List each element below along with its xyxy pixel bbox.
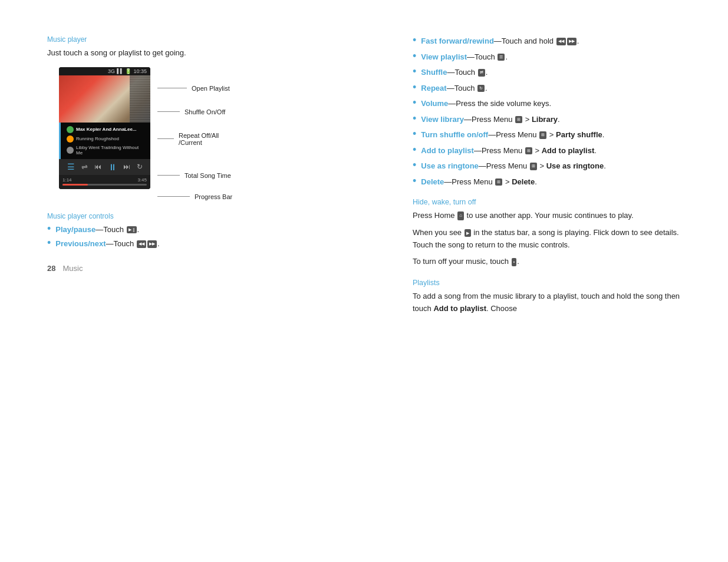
phone-status-bar: 3G ▌▌ 🔋 10:35 xyxy=(59,67,150,75)
callout-progress-bar: Progress Bar xyxy=(157,193,232,200)
bullet-volume: • Volume—Press the side volume keys. xyxy=(413,98,681,110)
section-title: Music player xyxy=(47,35,377,44)
battery-icon: 🔋 xyxy=(125,68,131,74)
current-time: 1:14 xyxy=(62,177,72,183)
callout-label-repeat: Repeat Off/All /Current xyxy=(179,132,219,146)
total-time: 3:45 xyxy=(137,177,147,183)
bullet-play-pause: • Play/pause—Touch ▶ ‖. xyxy=(47,224,377,236)
callout-total-time: Total Song Time xyxy=(157,172,232,179)
progress-bar xyxy=(62,184,147,186)
album-art xyxy=(59,75,150,123)
right-bullet-list: • Fast forward/rewind—Touch and hold ◀◀▶… xyxy=(413,35,681,187)
controls-section-title: Music player controls xyxy=(47,212,377,220)
page-footer: 28 Music xyxy=(47,264,377,273)
progress-area: 1:14 3:45 xyxy=(59,175,150,189)
track-item-2: Running Roughshod xyxy=(64,134,147,144)
playlist-bar: Max Kepler And AnnaLee... Running Roughs… xyxy=(59,123,150,159)
wifi-signal-icon: ▌▌ xyxy=(117,68,123,74)
page-section-label: Music xyxy=(62,264,83,273)
controls-bullet-list: • Play/pause—Touch ▶ ‖. • Previous/next—… xyxy=(47,224,377,250)
bullet-repeat: • Repeat—Touch ↻. xyxy=(413,82,681,94)
bullet-view-playlist: • View playlist—Touch ☰. xyxy=(413,51,681,63)
hide-wake-text3: To turn off your music, touch ▪. xyxy=(413,256,681,268)
bullet-ringtone: • Use as ringtone—Press Menu ⊞ > Use as … xyxy=(413,160,681,172)
bullet-prev-next: • Previous/next—Touch ◀◀▶▶. xyxy=(47,238,377,250)
bullet-add-playlist: • Add to playlist—Press Menu ⊞ > Add to … xyxy=(413,145,681,157)
bullet-ff-rewind: • Fast forward/rewind—Touch and hold ◀◀▶… xyxy=(413,35,681,47)
signal-icon: 3G xyxy=(108,68,115,74)
bullet-dot-2: • xyxy=(47,237,51,248)
hide-wake-text2: When you see ▶ in the status bar, a song… xyxy=(413,227,681,252)
bullet-text-2: Previous/next—Touch ◀◀▶▶. xyxy=(55,238,159,250)
track-item-3: Libby Went Trailriding Without Me xyxy=(64,144,147,157)
callout-repeat: Repeat Off/All /Current xyxy=(157,132,232,146)
playlist-icon[interactable]: ☰ xyxy=(67,162,75,171)
bullet-dot-1: • xyxy=(47,223,51,234)
bullet-shuffle: • Shuffle—Touch ⇌. xyxy=(413,67,681,78)
shuffle-icon[interactable]: ⇌ xyxy=(81,163,88,171)
playlists-text: To add a song from the music library to … xyxy=(413,290,681,315)
play-icon[interactable]: ⏸ xyxy=(108,162,117,172)
playlists-title: Playlists xyxy=(413,279,681,287)
callout-label-open-playlist: Open Playlist xyxy=(192,85,230,92)
controls-section: Music player controls • Play/pause—Touch… xyxy=(47,212,377,250)
time-display: 10:35 xyxy=(133,68,147,74)
bullet-view-library: • View library—Press Menu ⊞ > Library. xyxy=(413,114,681,125)
bullet-delete: • Delete—Press Menu ⊞ > Delete. xyxy=(413,176,681,188)
callout-label-total-time: Total Song Time xyxy=(185,172,231,179)
repeat-icon[interactable]: ↻ xyxy=(137,163,143,171)
callout-open-playlist: Open Playlist xyxy=(157,85,232,92)
hide-wake-text1: Press Home ⌂ to use another app. Your mu… xyxy=(413,210,681,222)
page-number: 28 xyxy=(47,264,55,273)
bullet-turn-shuffle: • Turn shuffle on/off—Press Menu ⊞ > Par… xyxy=(413,129,681,141)
rewind-icon[interactable]: ⏮ xyxy=(94,163,101,171)
section-subtitle: Just touch a song or playlist to get goi… xyxy=(47,47,377,59)
callout-label-shuffle: Shuffle On/Off xyxy=(185,108,225,115)
forward-icon[interactable]: ⏭ xyxy=(123,163,130,171)
playlists-section: Playlists To add a song from the music l… xyxy=(413,279,681,315)
hide-wake-section: Hide, wake, turn off Press Home ⌂ to use… xyxy=(413,198,681,268)
bullet-text-1: Play/pause—Touch ▶ ‖. xyxy=(55,224,139,236)
hide-wake-title: Hide, wake, turn off xyxy=(413,198,681,206)
phone-mockup: 3G ▌▌ 🔋 10:35 Max Kepler And AnnaLee... xyxy=(59,67,150,189)
callout-label-progress-bar: Progress Bar xyxy=(195,193,232,200)
callout-shuffle: Shuffle On/Off xyxy=(157,108,232,115)
controls-bar: ☰ ⇌ ⏮ ⏸ ⏭ ↻ xyxy=(59,159,150,175)
track-item-1: Max Kepler And AnnaLee... xyxy=(64,125,147,134)
